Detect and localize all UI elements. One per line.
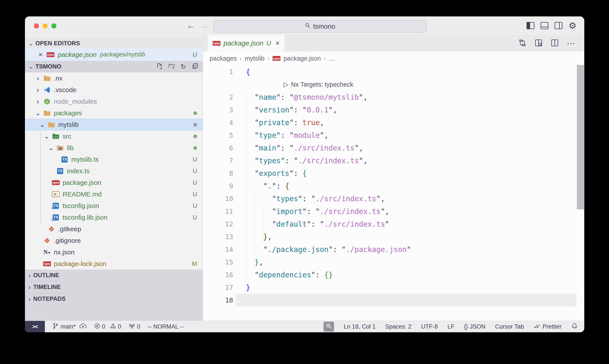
forward-arrow-icon[interactable]: → bbox=[200, 21, 208, 30]
code-line-3[interactable]: 3 "version": "0.0.1", bbox=[203, 104, 584, 116]
eol-sequence[interactable]: LF bbox=[448, 323, 454, 330]
close-window-button[interactable] bbox=[34, 23, 39, 28]
close-icon[interactable]: × bbox=[39, 51, 43, 59]
screencast-zoom-badge[interactable] bbox=[324, 322, 334, 332]
language-mode[interactable]: {} JSON bbox=[464, 323, 485, 330]
breadcrumb-separator: › bbox=[268, 55, 270, 62]
collapse-all-icon[interactable] bbox=[191, 63, 198, 71]
tree-item--nx[interactable]: ›.nx bbox=[25, 72, 203, 84]
code-line-9[interactable]: 9 ".": { bbox=[203, 180, 584, 192]
remote-indicator[interactable]: >< bbox=[25, 321, 45, 332]
toggle-primary-sidebar-icon[interactable] bbox=[527, 22, 534, 29]
tree-item--gitkeep[interactable]: .gitkeep bbox=[25, 223, 203, 235]
chevron-down-icon[interactable]: ⌄ bbox=[38, 121, 46, 129]
back-arrow-icon[interactable]: ← bbox=[187, 21, 195, 30]
chevron-down-icon[interactable]: ⌄ bbox=[42, 132, 51, 140]
code-line-1[interactable]: 1{ bbox=[203, 65, 584, 78]
problems-item[interactable]: 0 0 bbox=[94, 323, 121, 331]
breadcrumbs[interactable]: packages›mytslib›npmpackage.json›… bbox=[203, 52, 584, 65]
npm-file-icon: npm bbox=[213, 41, 220, 46]
section-outline[interactable]: ›OUTLINE bbox=[25, 270, 203, 281]
node-icon: js bbox=[42, 98, 52, 105]
code-line-12[interactable]: 12 "default": "./src/index.ts" bbox=[203, 218, 584, 230]
code-line-2[interactable]: 2 "name": "@tsmono/mytslib", bbox=[203, 91, 584, 104]
open-changes-icon[interactable] bbox=[518, 39, 527, 48]
toggle-secondary-sidebar-icon[interactable] bbox=[555, 22, 562, 29]
codelens-nx-targets[interactable]: ▷Nx Targets: typecheck bbox=[203, 78, 584, 91]
chevron-right-icon[interactable]: › bbox=[34, 86, 42, 94]
refresh-icon[interactable]: ↻ bbox=[181, 63, 186, 70]
tree-item-nx-json[interactable]: N✦nx.json bbox=[25, 246, 203, 258]
tree-item-package-json[interactable]: npmpackage.jsonU bbox=[25, 177, 203, 188]
chevron-right-icon[interactable]: › bbox=[34, 74, 42, 82]
tree-item-tsconfig-json[interactable]: TS⚙tsconfig.jsonU bbox=[25, 200, 203, 211]
split-editor-icon[interactable] bbox=[551, 39, 559, 48]
breadcrumb-item[interactable]: mytslib bbox=[245, 55, 264, 62]
breadcrumb-item[interactable]: packages bbox=[209, 55, 237, 62]
tree-item-mytslib[interactable]: ⌄mytslib bbox=[25, 119, 203, 130]
code-line-13[interactable]: 13 }, bbox=[203, 230, 584, 243]
breadcrumb-separator: › bbox=[240, 55, 242, 62]
code-line-17[interactable]: 17} bbox=[203, 281, 584, 294]
breadcrumb-item[interactable]: … bbox=[329, 55, 335, 62]
indentation[interactable]: Spaces: 2 bbox=[385, 323, 412, 330]
settings-gear-icon[interactable]: ⚙ bbox=[569, 21, 576, 30]
section-notepads[interactable]: ›NOTEPADS bbox=[25, 293, 203, 305]
new-file-icon[interactable] bbox=[156, 63, 163, 71]
code-line-6[interactable]: 6 "main": "./src/index.ts", bbox=[203, 142, 584, 154]
codelens-label: Nx Targets: typecheck bbox=[291, 81, 353, 88]
publish-cloud-icon bbox=[79, 323, 87, 331]
chevron-down-icon[interactable]: ⌄ bbox=[47, 144, 55, 152]
tree-item--gitignore[interactable]: .gitignore bbox=[25, 235, 203, 246]
tree-item-label: lib bbox=[67, 144, 74, 152]
workspace-section-header[interactable]: ⌄ TSMONO ↻ bbox=[25, 61, 203, 72]
notifications-bell-icon[interactable] bbox=[571, 323, 578, 331]
formatter-item[interactable]: ✓✓ Prettier bbox=[533, 323, 561, 330]
section-timeline[interactable]: ›TIMELINE bbox=[25, 281, 203, 293]
tree-item-package-lock-json[interactable]: npmpackage-lock.jsonM bbox=[25, 258, 203, 270]
vim-mode-item[interactable]: -- NORMAL -- bbox=[148, 323, 184, 330]
open-editor-item[interactable]: × npm package.json packages/mytslib U bbox=[25, 48, 203, 61]
chevron-right-icon: › bbox=[28, 272, 31, 279]
toggle-panel-icon[interactable] bbox=[541, 22, 548, 29]
cursor-position[interactable]: Ln 18, Col 1 bbox=[344, 323, 376, 330]
more-actions-icon[interactable]: ⋯ bbox=[567, 39, 576, 48]
command-center-search[interactable]: tsmono bbox=[213, 20, 427, 33]
breadcrumb-item[interactable]: package.json bbox=[284, 55, 321, 62]
code-line-5[interactable]: 5 "type": "module", bbox=[203, 129, 584, 142]
tree-item-label: .gitkeep bbox=[58, 225, 81, 233]
maximize-window-button[interactable] bbox=[52, 23, 56, 28]
open-editors-header[interactable]: ⌄ OPEN EDITORS bbox=[25, 38, 203, 49]
tab-package-json[interactable]: npm package.json U × bbox=[207, 35, 285, 52]
code-line-14[interactable]: 14 "./package.json": "./package.json" bbox=[203, 243, 584, 256]
chevron-right-icon[interactable]: › bbox=[34, 97, 42, 106]
new-folder-icon[interactable] bbox=[168, 63, 175, 71]
minimize-window-button[interactable] bbox=[43, 23, 48, 28]
code-line-15[interactable]: 15 }, bbox=[203, 256, 584, 268]
tsconfig-icon: TS⚙ bbox=[51, 203, 61, 209]
code-line-16[interactable]: 16 "dependencies": {} bbox=[203, 268, 584, 281]
tree-item-mytslib-ts[interactable]: TSmytslib.tsU bbox=[25, 154, 203, 165]
code-line-11[interactable]: 11 "import": "./src/index.ts", bbox=[203, 205, 584, 218]
encoding[interactable]: UTF-8 bbox=[421, 323, 438, 330]
tree-item-index-ts[interactable]: TSindex.tsU bbox=[25, 165, 203, 177]
tree-item--vscode[interactable]: ›.vscode bbox=[25, 84, 203, 96]
code-line-7[interactable]: 7 "types": "./src/index.ts", bbox=[203, 154, 584, 167]
code-editor[interactable]: 1{▷Nx Targets: typecheck2 "name": "@tsmo… bbox=[203, 65, 584, 321]
tree-item-lib[interactable]: ⌄lib bbox=[25, 142, 203, 154]
code-line-18[interactable]: 18 bbox=[203, 294, 584, 306]
tree-item-node-modules[interactable]: ›jsnode_modules bbox=[25, 96, 203, 107]
code-line-4[interactable]: 4 "private": true, bbox=[203, 116, 584, 129]
open-preview-icon[interactable] bbox=[534, 39, 543, 48]
code-line-10[interactable]: 10 "types": "./src/index.ts", bbox=[203, 192, 584, 205]
tree-item-src[interactable]: ⌄</>src bbox=[25, 130, 203, 142]
tree-item-packages[interactable]: ⌄packages bbox=[25, 107, 203, 119]
cursor-tab-toggle[interactable]: Cursor Tab bbox=[495, 323, 524, 330]
git-branch-item[interactable]: main* bbox=[52, 323, 87, 331]
tree-item-tsconfig-lib-json[interactable]: TS⚙tsconfig.lib.jsonU bbox=[25, 211, 203, 223]
broadcast-item[interactable]: 0 bbox=[129, 323, 140, 331]
code-line-8[interactable]: 8 "exports": { bbox=[203, 167, 584, 180]
tab-close-icon[interactable]: × bbox=[275, 39, 280, 47]
chevron-down-icon[interactable]: ⌄ bbox=[34, 109, 42, 117]
tree-item-readme-md[interactable]: M↓README.mdU bbox=[25, 188, 203, 200]
